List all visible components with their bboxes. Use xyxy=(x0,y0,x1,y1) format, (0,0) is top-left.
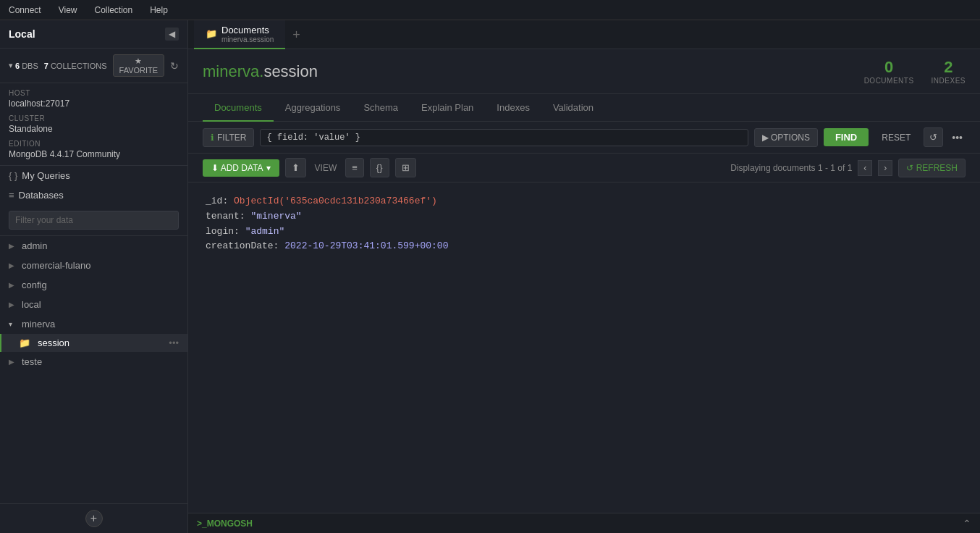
collections-stat: 7 COLLECTIONS xyxy=(44,62,107,70)
history-button[interactable]: ↺ xyxy=(924,127,943,147)
documents-count: 0 xyxy=(864,58,914,77)
filter-wrap xyxy=(0,205,187,236)
document-record: _id: ObjectId('635ca0cdc131b230a73466ef'… xyxy=(206,194,963,254)
expand-button[interactable]: ⌃ xyxy=(963,518,971,529)
sidebar-header: Local ◀ xyxy=(0,20,187,49)
edition-value: MongoDB 4.4.17 Community xyxy=(9,149,179,159)
my-queries-item[interactable]: { } My Queries xyxy=(0,166,187,185)
db-teste[interactable]: ▶ teste xyxy=(0,352,187,372)
pagination-info: Displaying documents 1 - 1 of 1 xyxy=(730,163,852,173)
dbs-stat: ▾ 6 DBS xyxy=(9,61,38,70)
sub-tab-explain-plan[interactable]: Explain Plan xyxy=(410,94,485,122)
arrow-icon: ▶ xyxy=(9,261,17,269)
add-data-button[interactable]: ⬇ ADD DATA ▾ xyxy=(203,159,279,177)
field-id-key: _id: xyxy=(206,196,228,206)
menu-connect[interactable]: Connect xyxy=(6,4,44,17)
db-comercial-fulano[interactable]: ▶ comercial-fulano xyxy=(0,256,187,275)
options-button[interactable]: ▶ OPTIONS xyxy=(754,128,818,147)
edition-label: EDITION xyxy=(9,140,179,148)
my-queries-label: My Queries xyxy=(22,170,69,181)
refresh-icon[interactable]: ↻ xyxy=(170,60,179,72)
arrow-icon: ▶ xyxy=(9,358,17,366)
filter-bar xyxy=(260,129,748,146)
json-view-button[interactable]: {} xyxy=(370,158,389,177)
sub-tab-validation[interactable]: Validation xyxy=(541,94,605,122)
field-date-value: 2022-10-29T03:41:01.599+00:00 xyxy=(284,240,448,251)
tab-documents[interactable]: 📁 Documents minerva.session xyxy=(194,20,285,49)
add-data-label: ⬇ ADD DATA xyxy=(211,163,263,173)
more-button[interactable]: ••• xyxy=(949,128,966,147)
sub-tab-schema[interactable]: Schema xyxy=(352,94,410,122)
prev-page-button[interactable]: ‹ xyxy=(858,160,872,176)
filter-input[interactable] xyxy=(9,211,179,230)
filter-query-input[interactable] xyxy=(266,133,741,143)
collection-session[interactable]: 📁 session ••• xyxy=(0,334,187,352)
collection-name: session xyxy=(263,62,318,80)
field-tenant-value: "minerva" xyxy=(250,211,301,222)
filter-button[interactable]: ℹ FILTER xyxy=(203,128,254,147)
refresh-button[interactable]: ↺ REFRESH xyxy=(898,159,966,177)
folder-icon: 📁 xyxy=(19,337,30,348)
database-icon: ≡ xyxy=(9,190,14,201)
sub-tab-aggregations[interactable]: Aggregations xyxy=(274,94,352,122)
favorite-button[interactable]: ★ FAVORITE xyxy=(113,54,165,77)
add-tab-button[interactable]: + xyxy=(287,20,306,49)
db-admin[interactable]: ▶ admin xyxy=(0,236,187,256)
sidebar-bottom: + xyxy=(0,503,187,533)
queries-icon: { } xyxy=(9,170,17,181)
add-connection-button[interactable]: + xyxy=(85,510,103,527)
mongosh-label[interactable]: >_MONGOSH xyxy=(197,519,253,529)
export-button[interactable]: ⬆ xyxy=(285,158,306,177)
db-minerva[interactable]: ▾ minerva xyxy=(0,314,187,334)
field-login-value: "admin" xyxy=(245,226,285,237)
dbs-arrow[interactable]: ▾ xyxy=(9,61,13,70)
database-list: ▶ admin ▶ comercial-fulano ▶ config ▶ lo… xyxy=(0,236,187,503)
json-icon: {} xyxy=(376,162,383,173)
menu-help[interactable]: Help xyxy=(147,4,171,17)
toolbar: ℹ FILTER ▶ OPTIONS FIND RESET ↺ ••• xyxy=(188,122,980,154)
db-local[interactable]: ▶ local xyxy=(0,295,187,314)
db-minerva-label: minerva xyxy=(22,319,55,330)
host-label: HOST xyxy=(9,89,179,97)
next-page-button[interactable]: › xyxy=(878,160,892,176)
cluster-value: Standalone xyxy=(9,124,179,134)
sub-tabs: Documents Aggregations Schema Explain Pl… xyxy=(188,94,980,122)
sidebar-stats: ▾ 6 DBS 7 COLLECTIONS ★ FAVORITE ↻ xyxy=(0,49,187,83)
db-teste-label: teste xyxy=(22,356,42,367)
databases-item[interactable]: ≡ Databases xyxy=(0,185,187,205)
list-view-button[interactable]: ≡ xyxy=(345,158,364,177)
indexes-stat: 2 INDEXES xyxy=(932,58,966,85)
arrow-icon: ▾ xyxy=(9,320,17,328)
sub-tab-indexes[interactable]: Indexes xyxy=(485,94,541,122)
sidebar-info: HOST localhost:27017 CLUSTER Standalone … xyxy=(0,83,187,166)
sidebar: Local ◀ ▾ 6 DBS 7 COLLECTIONS ★ FAVORITE… xyxy=(0,20,188,533)
databases-label: Databases xyxy=(19,190,64,201)
cluster-label: CLUSTER xyxy=(9,114,179,122)
find-button[interactable]: FIND xyxy=(824,128,869,146)
collection-session-label: session xyxy=(38,337,164,348)
menu-collection[interactable]: Collection xyxy=(92,4,136,17)
reset-button[interactable]: RESET xyxy=(874,129,918,146)
arrow-icon: ▶ xyxy=(9,281,17,289)
grid-view-button[interactable]: ⊞ xyxy=(395,158,416,177)
documents-area: _id: ObjectId('635ca0cdc131b230a73466ef'… xyxy=(188,182,980,513)
arrow-icon: ▶ xyxy=(9,242,17,250)
collapse-button[interactable]: ◀ xyxy=(165,28,179,41)
info-icon: ℹ xyxy=(211,133,214,143)
db-admin-label: admin xyxy=(22,240,47,251)
collection-full-name: minerva.session xyxy=(203,62,318,81)
indexes-label: INDEXES xyxy=(932,77,966,85)
arrow-icon: ▶ xyxy=(9,301,17,309)
tab-bar: 📁 Documents minerva.session + xyxy=(188,20,980,49)
filter-label: FILTER xyxy=(217,133,246,143)
documents-label: DOCUMENTS xyxy=(864,77,914,85)
collection-actions: ••• xyxy=(169,337,179,348)
bottom-bar: >_MONGOSH ⌃ xyxy=(188,513,980,533)
menu-view[interactable]: View xyxy=(56,4,80,17)
db-name: minerva xyxy=(203,62,259,80)
db-config[interactable]: ▶ config xyxy=(0,275,187,295)
grid-icon: ⊞ xyxy=(402,162,410,173)
sub-tab-documents[interactable]: Documents xyxy=(203,94,274,122)
documents-stat: 0 DOCUMENTS xyxy=(864,58,914,85)
db-comercial-label: comercial-fulano xyxy=(22,260,90,271)
